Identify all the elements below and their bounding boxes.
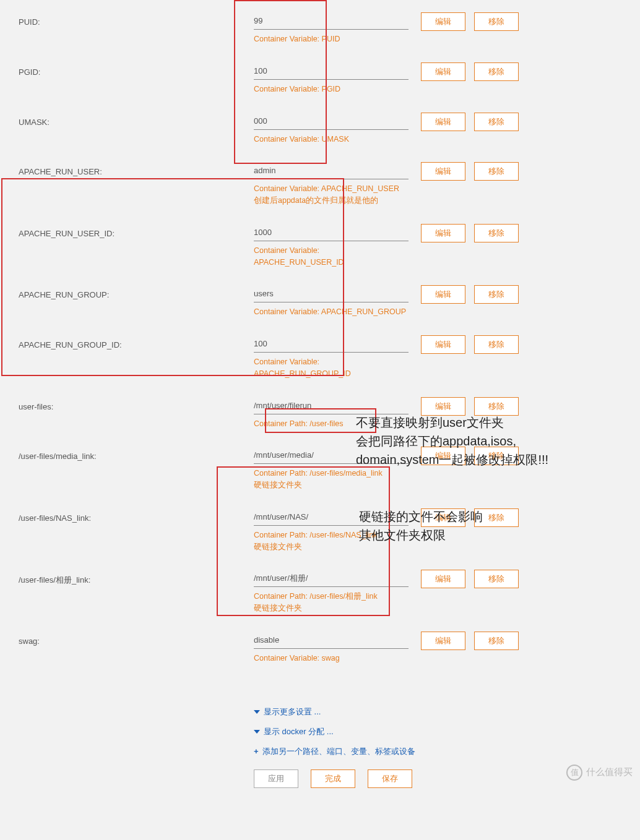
show-docker-label: 显示 docker 分配 ... bbox=[264, 726, 334, 737]
chevron-down-icon bbox=[254, 730, 260, 734]
config-row: /user-files/相册_link:Container Path: /use… bbox=[19, 570, 621, 614]
value-input[interactable] bbox=[254, 12, 409, 30]
remove-button[interactable]: 移除 bbox=[474, 62, 519, 81]
edit-button[interactable]: 编辑 bbox=[421, 447, 465, 465]
remove-button[interactable]: 移除 bbox=[474, 397, 519, 416]
field-label: PUID: bbox=[19, 12, 254, 27]
field-label: /user-files/media_link: bbox=[19, 447, 254, 461]
edit-button[interactable]: 编辑 bbox=[421, 12, 465, 31]
field-label: APACHE_RUN_GROUP_ID: bbox=[19, 335, 254, 349]
helper-text: Container Path: /user-files bbox=[254, 418, 409, 430]
field-label: APACHE_RUN_GROUP: bbox=[19, 285, 254, 299]
value-input[interactable] bbox=[254, 113, 409, 130]
plus-icon: + bbox=[254, 747, 259, 756]
value-input[interactable] bbox=[254, 397, 409, 414]
edit-button[interactable]: 编辑 bbox=[421, 62, 465, 81]
field-label: /user-files/相册_link: bbox=[19, 570, 254, 586]
remove-button[interactable]: 移除 bbox=[474, 508, 519, 527]
edit-button[interactable]: 编辑 bbox=[421, 285, 465, 304]
remove-button[interactable]: 移除 bbox=[474, 447, 519, 465]
helper-text: Container Variable: UMASK bbox=[254, 134, 409, 145]
helper-text: Container Path: /user-files/相册_link 硬链接文… bbox=[254, 591, 409, 614]
edit-button[interactable]: 编辑 bbox=[421, 397, 465, 416]
config-row: UMASK:Container Variable: UMASK编辑移除 bbox=[19, 113, 621, 145]
helper-text: Container Variable: swag bbox=[254, 653, 409, 664]
remove-button[interactable]: 移除 bbox=[474, 570, 519, 588]
helper-text: Container Variable: PGID bbox=[254, 84, 409, 95]
helper-text: Container Variable: APACHE_RUN_GROUP_ID bbox=[254, 356, 409, 380]
helper-text: Container Variable: APACHE_RUN_GROUP bbox=[254, 306, 409, 318]
chevron-down-icon bbox=[254, 710, 260, 714]
value-input[interactable] bbox=[254, 570, 409, 587]
remove-button[interactable]: 移除 bbox=[474, 162, 519, 181]
value-input[interactable] bbox=[254, 335, 409, 353]
edit-button[interactable]: 编辑 bbox=[421, 335, 465, 354]
config-row: /user-files/NAS_link:Container Path: /us… bbox=[19, 508, 621, 553]
show-more-settings-link[interactable]: 显示更多设置 ... bbox=[254, 706, 640, 718]
config-row: APACHE_RUN_GROUP_ID:Container Variable: … bbox=[19, 335, 621, 380]
field-label: UMASK: bbox=[19, 113, 254, 127]
remove-button[interactable]: 移除 bbox=[474, 285, 519, 304]
remove-button[interactable]: 移除 bbox=[474, 12, 519, 31]
helper-text: Container Path: /user-files/media_link 硬… bbox=[254, 468, 409, 491]
field-label: swag: bbox=[19, 632, 254, 646]
config-row: APACHE_RUN_USER_ID:Container Variable: A… bbox=[19, 224, 621, 268]
remove-button[interactable]: 移除 bbox=[474, 632, 519, 650]
field-label: APACHE_RUN_USER_ID: bbox=[19, 224, 254, 238]
edit-button[interactable]: 编辑 bbox=[421, 224, 465, 242]
value-input[interactable] bbox=[254, 632, 409, 649]
remove-button[interactable]: 移除 bbox=[474, 224, 519, 242]
remove-button[interactable]: 移除 bbox=[474, 335, 519, 354]
value-input[interactable] bbox=[254, 224, 409, 241]
config-row: APACHE_RUN_USER:Container Variable: APAC… bbox=[19, 162, 621, 207]
value-input[interactable] bbox=[254, 508, 409, 526]
field-label: /user-files/NAS_link: bbox=[19, 508, 254, 523]
value-input[interactable] bbox=[254, 285, 409, 302]
edit-button[interactable]: 编辑 bbox=[421, 632, 465, 650]
watermark: 值 什么值得买 bbox=[566, 765, 633, 781]
config-row: /user-files/media_link:Container Path: /… bbox=[19, 447, 621, 491]
field-label: APACHE_RUN_USER: bbox=[19, 162, 254, 176]
helper-text: Container Variable: APACHE_RUN_USER 创建后a… bbox=[254, 183, 409, 207]
edit-button[interactable]: 编辑 bbox=[421, 113, 465, 131]
value-input[interactable] bbox=[254, 162, 409, 179]
done-button[interactable]: 完成 bbox=[311, 769, 355, 788]
edit-button[interactable]: 编辑 bbox=[421, 508, 465, 527]
remove-button[interactable]: 移除 bbox=[474, 113, 519, 131]
add-another-label: 添加另一个路径、端口、变量、标签或设备 bbox=[262, 746, 415, 757]
helper-text: Container Variable: APACHE_RUN_USER_ID bbox=[254, 245, 409, 268]
field-label: user-files: bbox=[19, 397, 254, 411]
watermark-badge-icon: 值 bbox=[566, 765, 582, 781]
field-label: PGID: bbox=[19, 62, 254, 77]
show-more-label: 显示更多设置 ... bbox=[264, 706, 321, 718]
value-input[interactable] bbox=[254, 447, 409, 464]
helper-text: Container Variable: PUID bbox=[254, 33, 409, 45]
value-input[interactable] bbox=[254, 62, 409, 80]
save-button[interactable]: 保存 bbox=[368, 769, 412, 788]
config-row: swag:Container Variable: swag编辑移除 bbox=[19, 632, 621, 664]
config-row: PGID:Container Variable: PGID编辑移除 bbox=[19, 62, 621, 95]
apply-button[interactable]: 应用 bbox=[254, 769, 298, 788]
config-row: PUID:Container Variable: PUID编辑移除 bbox=[19, 12, 621, 45]
helper-text: Container Path: /user-files/NAS_link 硬链接… bbox=[254, 529, 409, 553]
edit-button[interactable]: 编辑 bbox=[421, 570, 465, 588]
config-row: user-files:Container Path: /user-files编辑… bbox=[19, 397, 621, 430]
add-another-link[interactable]: + 添加另一个路径、端口、变量、标签或设备 bbox=[254, 746, 640, 757]
watermark-text: 什么值得买 bbox=[586, 766, 633, 778]
show-docker-alloc-link[interactable]: 显示 docker 分配 ... bbox=[254, 726, 640, 737]
config-row: APACHE_RUN_GROUP:Container Variable: APA… bbox=[19, 285, 621, 318]
edit-button[interactable]: 编辑 bbox=[421, 162, 465, 181]
